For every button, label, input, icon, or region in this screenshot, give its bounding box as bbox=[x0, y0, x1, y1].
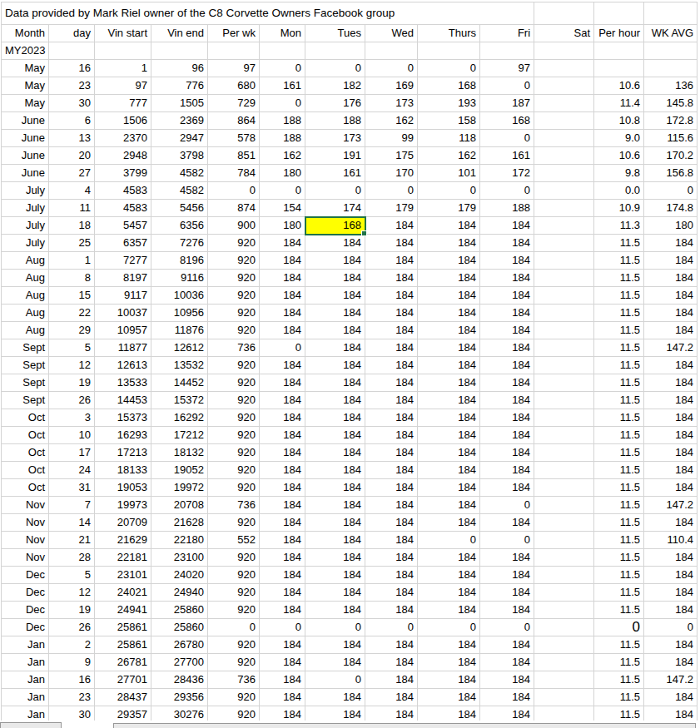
cell[interactable]: 11.5 bbox=[594, 287, 644, 305]
cell[interactable] bbox=[534, 60, 594, 77]
cell[interactable]: 184 bbox=[418, 444, 480, 462]
cell[interactable]: 14 bbox=[49, 514, 95, 532]
cell[interactable]: 184 bbox=[644, 479, 698, 497]
group-label-cell[interactable]: MY2023 bbox=[2, 42, 49, 60]
cell[interactable]: 9.8 bbox=[594, 165, 644, 182]
cell[interactable] bbox=[534, 147, 594, 165]
cell[interactable]: 184 bbox=[418, 357, 480, 374]
cell[interactable] bbox=[534, 287, 594, 305]
cell[interactable]: 11.3 bbox=[594, 217, 644, 235]
cell[interactable]: 184 bbox=[418, 374, 480, 392]
cell[interactable]: 184 bbox=[365, 339, 418, 357]
cell[interactable]: Nov bbox=[2, 514, 49, 532]
cell[interactable]: 19972 bbox=[151, 479, 208, 497]
cell[interactable]: Aug bbox=[2, 305, 49, 322]
cell[interactable]: Oct bbox=[2, 462, 49, 479]
cell[interactable]: 184 bbox=[365, 217, 418, 235]
cell[interactable]: 184 bbox=[480, 392, 534, 409]
cell[interactable] bbox=[534, 602, 594, 619]
cell[interactable]: 11.5 bbox=[594, 532, 644, 549]
cell[interactable]: 188 bbox=[260, 112, 305, 130]
cell[interactable]: 23100 bbox=[151, 549, 208, 567]
cell[interactable]: 1 bbox=[49, 252, 95, 270]
cell[interactable]: 11.5 bbox=[594, 235, 644, 252]
cell[interactable]: 184 bbox=[365, 270, 418, 287]
cell[interactable]: 19973 bbox=[95, 497, 151, 514]
cell[interactable]: 26 bbox=[49, 392, 95, 409]
cell[interactable]: 136 bbox=[644, 77, 698, 95]
cell[interactable]: 184 bbox=[480, 217, 534, 235]
cell[interactable] bbox=[534, 689, 594, 706]
cell[interactable]: 184 bbox=[644, 654, 698, 671]
cell[interactable]: 188 bbox=[480, 200, 534, 217]
cell[interactable]: 184 bbox=[418, 462, 480, 479]
cell[interactable]: 184 bbox=[480, 602, 534, 619]
cell[interactable]: 170.2 bbox=[644, 147, 698, 165]
cell[interactable] bbox=[534, 357, 594, 374]
cell[interactable]: 920 bbox=[208, 567, 260, 584]
cell[interactable]: 874 bbox=[208, 200, 260, 217]
cell[interactable] bbox=[644, 60, 698, 77]
cell[interactable]: 11877 bbox=[95, 339, 151, 357]
cell[interactable]: 19052 bbox=[151, 462, 208, 479]
cell[interactable]: 184 bbox=[644, 287, 698, 305]
cell[interactable]: 184 bbox=[418, 671, 480, 689]
cell[interactable]: 4583 bbox=[95, 182, 151, 200]
cell[interactable]: 184 bbox=[365, 549, 418, 567]
cell[interactable]: 184 bbox=[480, 444, 534, 462]
cell[interactable]: 11.5 bbox=[594, 252, 644, 270]
cell[interactable]: 184 bbox=[260, 549, 305, 567]
cell[interactable]: 184 bbox=[260, 357, 305, 374]
cell[interactable]: 184 bbox=[305, 689, 365, 706]
cell[interactable]: 6356 bbox=[151, 217, 208, 235]
cell[interactable]: 11.5 bbox=[594, 357, 644, 374]
cell[interactable] bbox=[260, 42, 305, 60]
cell[interactable]: 184 bbox=[260, 514, 305, 532]
cell[interactable] bbox=[365, 42, 418, 60]
cell[interactable]: 184 bbox=[418, 409, 480, 427]
cell[interactable]: 184 bbox=[305, 584, 365, 602]
cell[interactable]: 184 bbox=[305, 339, 365, 357]
cell[interactable]: 10.6 bbox=[594, 147, 644, 165]
cell[interactable]: 184 bbox=[365, 427, 418, 444]
cell[interactable]: 17 bbox=[49, 444, 95, 462]
cell[interactable]: 8 bbox=[49, 270, 95, 287]
cell[interactable] bbox=[534, 95, 594, 112]
cell[interactable]: 18133 bbox=[95, 462, 151, 479]
cell[interactable]: Aug bbox=[2, 287, 49, 305]
cell[interactable]: 1505 bbox=[151, 95, 208, 112]
cell[interactable]: 14453 bbox=[95, 392, 151, 409]
cell[interactable]: Oct bbox=[2, 427, 49, 444]
cell[interactable]: 184 bbox=[644, 374, 698, 392]
cell[interactable]: 920 bbox=[208, 462, 260, 479]
cell[interactable]: 25860 bbox=[151, 602, 208, 619]
cell[interactable]: 4 bbox=[49, 182, 95, 200]
cell[interactable]: 11.5 bbox=[594, 305, 644, 322]
column-header[interactable]: Mon bbox=[260, 25, 305, 42]
cell[interactable]: 24940 bbox=[151, 584, 208, 602]
cell[interactable]: 184 bbox=[480, 252, 534, 270]
cell[interactable]: 184 bbox=[644, 689, 698, 706]
cell[interactable]: 6 bbox=[49, 112, 95, 130]
cell[interactable]: 184 bbox=[644, 567, 698, 584]
cell[interactable] bbox=[534, 322, 594, 339]
cell[interactable] bbox=[534, 671, 594, 689]
cell[interactable]: Dec bbox=[2, 619, 49, 636]
cell[interactable]: 7276 bbox=[151, 235, 208, 252]
cell[interactable]: Jan bbox=[2, 654, 49, 671]
cell[interactable] bbox=[208, 42, 260, 60]
cell[interactable]: 0 bbox=[644, 182, 698, 200]
cell[interactable]: 97 bbox=[208, 60, 260, 77]
cell[interactable]: 174.8 bbox=[644, 200, 698, 217]
cell[interactable]: 184 bbox=[644, 462, 698, 479]
cell[interactable]: 17212 bbox=[151, 427, 208, 444]
cell[interactable]: 184 bbox=[305, 462, 365, 479]
cell[interactable]: 184 bbox=[260, 671, 305, 689]
cell[interactable]: 179 bbox=[365, 200, 418, 217]
column-header[interactable]: Wed bbox=[365, 25, 418, 42]
cell[interactable]: 184 bbox=[644, 549, 698, 567]
column-header[interactable]: day bbox=[49, 25, 95, 42]
cell[interactable]: 920 bbox=[208, 689, 260, 706]
cell[interactable]: 5 bbox=[49, 567, 95, 584]
cell[interactable]: 920 bbox=[208, 252, 260, 270]
